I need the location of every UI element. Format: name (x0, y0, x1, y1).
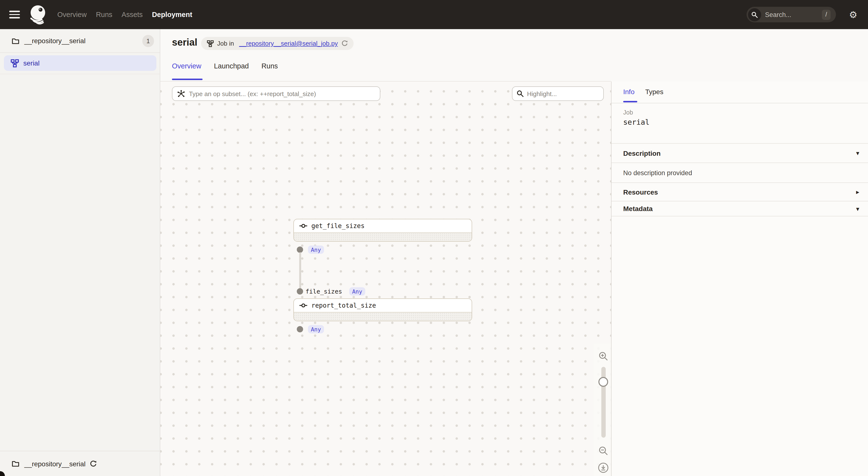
job-icon (11, 59, 19, 67)
op-icon (299, 303, 307, 308)
global-search[interactable]: / (747, 7, 836, 22)
op-node-body (294, 312, 472, 321)
search-icon (517, 90, 524, 97)
highlight-filter[interactable] (512, 87, 604, 101)
top-nav-bar: Overview Runs Assets Deployment / ⚙ (0, 0, 868, 29)
search-icon (748, 8, 761, 21)
chevron-down-icon: ▾ (856, 205, 859, 212)
description-body: No description provided (623, 169, 692, 177)
nav-deployment[interactable]: Deployment (152, 11, 192, 19)
nav-assets[interactable]: Assets (122, 11, 143, 19)
search-shortcut-badge: / (822, 9, 831, 20)
op-name: get_file_sizes (311, 222, 365, 230)
info-panel: Info Types Job serial Description ▾ No d… (611, 81, 868, 476)
op-name: report_total_size (311, 302, 376, 309)
job-tabs: Overview Launchpad Runs (172, 62, 278, 70)
nav-links: Overview Runs Assets Deployment (57, 0, 192, 29)
menu-icon[interactable] (9, 11, 20, 19)
chevron-down-icon: ▾ (856, 149, 859, 157)
page-title: serial (172, 37, 197, 48)
op-node-report_total_size[interactable]: report_total_size (293, 298, 472, 321)
chevron-right-icon: ▸ (856, 188, 859, 196)
folder-icon (12, 460, 20, 467)
section-title: Metadata (623, 205, 653, 212)
graph-edge (299, 252, 301, 289)
download-image-icon[interactable] (597, 462, 609, 474)
tab-runs[interactable]: Runs (261, 62, 278, 70)
highlight-input[interactable] (527, 90, 603, 97)
output-port (297, 326, 303, 332)
reload-repository-icon[interactable] (90, 460, 97, 467)
footer-repository-name: __repository__serial (24, 460, 86, 468)
op-node-body (294, 233, 472, 241)
active-tab-underline (172, 79, 203, 80)
op-subset-filter[interactable] (172, 87, 380, 101)
sidebar-divider (0, 74, 160, 74)
settings-gear-icon[interactable]: ⚙ (849, 0, 857, 29)
section-title: Resources (623, 188, 658, 196)
tab-launchpad[interactable]: Launchpad (214, 62, 249, 70)
refresh-icon[interactable] (341, 40, 347, 46)
sidebar-item-serial[interactable]: serial (4, 55, 156, 71)
output-type-badge[interactable]: Any (308, 325, 324, 333)
sidebar-footer: __repository__serial (0, 451, 160, 476)
op-selector-icon (177, 90, 185, 98)
job-context-pill: Job in __repository__serial@serial_job.p… (201, 37, 353, 50)
panel-divider (612, 163, 868, 163)
zoom-out-icon[interactable] (598, 446, 608, 455)
left-sidebar: __repository__serial 1 serial __reposito… (0, 29, 160, 476)
panel-divider (612, 103, 868, 103)
section-description[interactable]: Description ▾ (612, 144, 868, 163)
nav-runs[interactable]: Runs (96, 11, 113, 19)
input-name: file_sizes (306, 288, 342, 295)
output-type-badge[interactable]: Any (308, 245, 324, 254)
input-port (297, 288, 303, 295)
repository-header[interactable]: __repository__serial 1 (0, 29, 160, 53)
tab-overview[interactable]: Overview (172, 62, 202, 70)
repository-name: __repository__serial (24, 37, 86, 45)
zoom-slider-handle[interactable] (598, 377, 608, 387)
output-port (297, 246, 303, 253)
job-label: Job (623, 109, 633, 116)
op-icon (299, 223, 307, 229)
nav-overview[interactable]: Overview (57, 11, 87, 19)
dag-canvas[interactable]: get_file_sizes Any file_sizes Any report… (160, 81, 611, 476)
panel-tab-info[interactable]: Info (623, 88, 634, 96)
op-subset-input[interactable] (189, 90, 380, 97)
sidebar-item-label: serial (23, 59, 39, 67)
op-node-get_file_sizes[interactable]: get_file_sizes (293, 219, 472, 242)
zoom-in-icon[interactable] (598, 351, 608, 361)
section-resources[interactable]: Resources ▸ (612, 183, 868, 201)
search-input[interactable] (765, 11, 822, 18)
job-icon (207, 40, 214, 47)
section-title: Description (623, 149, 660, 157)
panel-active-tab-underline (623, 101, 637, 102)
dagster-logo-icon[interactable] (27, 4, 49, 25)
panel-tabs: Info Types (623, 88, 663, 96)
job-count-badge: 1 (142, 35, 154, 47)
app-root: Overview Runs Assets Deployment / ⚙ __re… (0, 0, 868, 476)
job-context-prefix: Job in (217, 40, 236, 47)
panel-tab-types[interactable]: Types (645, 88, 663, 96)
job-file-link[interactable]: __repository__serial@serial_job.py (239, 40, 338, 47)
job-name-value: serial (623, 118, 649, 127)
section-metadata[interactable]: Metadata ▾ (612, 201, 868, 216)
folder-icon (12, 37, 20, 44)
panel-divider (612, 216, 868, 216)
input-type-badge[interactable]: Any (349, 287, 365, 296)
